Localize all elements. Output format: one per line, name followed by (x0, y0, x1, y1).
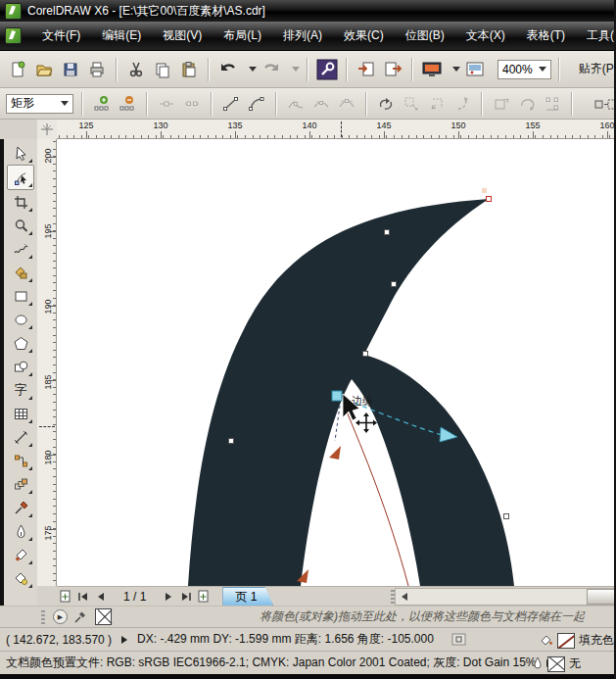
print-icon[interactable] (85, 58, 109, 81)
curve-node[interactable] (504, 514, 509, 519)
page-tab-label: 页 1 (235, 589, 257, 606)
ellipse-tool[interactable] (8, 308, 33, 331)
object-info-icon[interactable] (451, 633, 467, 647)
add-page-end-button[interactable] (195, 589, 213, 605)
palette-grip[interactable] (41, 610, 45, 624)
previous-page-button[interactable] (92, 589, 110, 605)
horizontal-ruler[interactable]: 125 130 135 140 145 150 155 160 (57, 120, 616, 139)
delete-node-icon[interactable] (117, 93, 138, 115)
menu-bitmaps[interactable]: 位图(B) (395, 24, 455, 48)
shape-tool[interactable] (7, 165, 34, 190)
curve-shape[interactable] (188, 199, 514, 586)
page-tab[interactable]: 页 1 (222, 587, 273, 606)
cursor-y-marker (39, 426, 55, 427)
next-page-button[interactable] (160, 589, 177, 605)
interactive-fill-tool[interactable] (8, 566, 33, 590)
cusp-node-icon[interactable] (285, 93, 307, 115)
snap-to-button[interactable]: 贴齐(P) (579, 61, 616, 77)
undo-dropdown-arrow[interactable] (249, 67, 257, 72)
new-document-icon[interactable] (6, 58, 29, 81)
curve-node[interactable] (487, 197, 492, 202)
align-nodes-icon[interactable] (542, 93, 563, 115)
save-icon[interactable] (59, 58, 82, 81)
selected-node[interactable] (332, 391, 342, 401)
zoom-tool[interactable] (8, 214, 33, 237)
connector-tool[interactable] (8, 449, 33, 472)
crop-tool[interactable] (8, 190, 33, 214)
menu-view[interactable]: 视图(V) (152, 24, 213, 48)
curve-node[interactable] (385, 230, 390, 235)
menu-tools[interactable]: 工具(O) (576, 24, 616, 48)
extract-subpath-icon[interactable] (401, 93, 422, 115)
launcher-dropdown-arrow[interactable] (452, 67, 460, 72)
scrollbar-thumb[interactable] (587, 589, 616, 605)
menu-arrange[interactable]: 排列(A) (272, 24, 333, 48)
first-page-button[interactable] (74, 589, 92, 605)
page-bar: 1 / 1 页 1 (57, 586, 616, 606)
redo-icon[interactable] (260, 58, 283, 81)
menu-text[interactable]: 文本(X) (455, 24, 516, 48)
drawing-canvas[interactable]: 边缘 (57, 139, 616, 586)
redo-dropdown-arrow[interactable] (292, 67, 300, 72)
menu-file[interactable]: 文件(F) (31, 24, 91, 48)
undo-icon[interactable] (216, 58, 240, 81)
polygon-tool[interactable] (8, 331, 33, 355)
menu-layout[interactable]: 布局(L) (213, 24, 272, 48)
blend-tool[interactable] (8, 472, 33, 496)
copy-icon[interactable] (151, 58, 174, 81)
zoom-level-select[interactable]: 400% (498, 60, 551, 79)
fill-tool[interactable] (8, 543, 33, 566)
zoom-level-value: 400% (502, 63, 533, 76)
pick-tool[interactable] (8, 141, 33, 165)
export-icon[interactable] (381, 58, 404, 81)
vertical-ruler[interactable]: 200 195 190 185 180 175 (37, 139, 57, 586)
last-page-button[interactable] (177, 589, 195, 605)
add-node-icon[interactable] (91, 93, 113, 115)
menu-effects[interactable]: 效果(C) (333, 24, 395, 48)
scroll-left-button[interactable] (396, 589, 413, 605)
stretch-nodes-icon[interactable] (491, 93, 512, 115)
curve-node[interactable] (363, 352, 368, 357)
ruler-origin-corner[interactable] (37, 120, 58, 140)
table-tool[interactable] (8, 402, 33, 425)
join-nodes-icon[interactable] (156, 93, 177, 115)
fill-color-swatch[interactable] (557, 633, 575, 649)
open-icon[interactable] (32, 58, 56, 81)
extend-curve-icon[interactable] (451, 93, 473, 115)
menu-edit[interactable]: 编辑(E) (91, 24, 152, 48)
smart-fill-tool[interactable] (8, 261, 33, 284)
freehand-tool[interactable] (8, 237, 33, 261)
outline-pen-tool[interactable] (8, 519, 33, 543)
symmetric-node-icon[interactable] (336, 93, 357, 115)
import-icon[interactable] (355, 58, 378, 81)
text-tool[interactable]: 字 (8, 378, 33, 402)
paste-icon[interactable] (177, 58, 201, 81)
preset-select[interactable]: 矩形 (6, 94, 73, 114)
search-content-icon[interactable] (315, 58, 339, 81)
welcome-screen-icon[interactable] (463, 58, 487, 81)
palette-eyedropper-icon[interactable] (73, 610, 87, 624)
curve-smoothness-icon[interactable] (594, 93, 616, 115)
reverse-direction-icon[interactable] (375, 93, 397, 115)
outline-color-swatch[interactable] (547, 656, 565, 672)
rectangle-tool[interactable] (8, 284, 33, 308)
to-curve-icon[interactable] (246, 93, 267, 115)
smooth-node-icon[interactable] (310, 93, 332, 115)
close-curve-icon[interactable] (426, 93, 448, 115)
palette-flyout-button[interactable]: ▶ (53, 609, 68, 624)
break-nodes-icon[interactable] (181, 93, 203, 115)
application-launcher-icon[interactable] (420, 58, 444, 81)
color-eyedropper-tool[interactable] (8, 496, 33, 519)
to-line-icon[interactable] (220, 93, 242, 115)
curve-node[interactable] (392, 282, 397, 287)
rotate-nodes-icon[interactable] (516, 93, 538, 115)
coords-flyout-arrow[interactable] (121, 636, 127, 644)
menu-table[interactable]: 表格(T) (516, 24, 576, 48)
palette-no-color-swatch[interactable] (95, 608, 112, 625)
horizontal-scrollbar[interactable] (395, 588, 616, 606)
curve-node[interactable] (229, 439, 234, 444)
dimension-tool[interactable] (8, 425, 33, 449)
add-page-start-button[interactable] (57, 589, 74, 605)
basic-shapes-tool[interactable] (8, 355, 33, 378)
cut-icon[interactable] (124, 58, 148, 81)
